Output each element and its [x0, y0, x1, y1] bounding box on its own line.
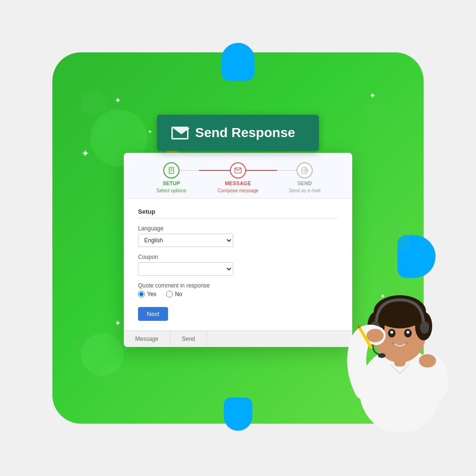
language-label: Language	[138, 225, 338, 232]
svg-point-16	[407, 331, 409, 334]
quote-no-radio[interactable]	[166, 291, 173, 298]
card-wrapper: Send Response SETUP	[124, 143, 352, 347]
sparkle-4: ✦	[369, 90, 376, 101]
quote-no-option[interactable]: No	[166, 291, 182, 298]
step-send-icon	[297, 162, 313, 178]
sparkle-2: ✦	[81, 148, 89, 160]
hex-deco-5	[364, 100, 395, 131]
svg-point-15	[390, 331, 393, 334]
tab-send[interactable]: Send	[170, 331, 207, 347]
step-send[interactable]: SEND Send as e-mail	[271, 162, 338, 193]
coupon-label: Coupon	[138, 254, 338, 260]
section-title: Setup	[138, 208, 338, 218]
steps-bar: SETUP Select options MESSAGE Compose mes…	[124, 153, 352, 198]
svg-point-20	[367, 329, 384, 342]
banner-envelope-icon	[171, 127, 188, 139]
main-card: SETUP Select options MESSAGE Compose mes…	[124, 153, 352, 347]
svg-point-19	[378, 353, 386, 358]
language-group: Language English French German Spanish	[138, 225, 338, 247]
sparkle-3: ✦	[114, 318, 121, 328]
coupon-select[interactable]	[138, 262, 233, 276]
quote-yes-option[interactable]: Yes	[138, 291, 157, 298]
language-select[interactable]: English French German Spanish	[138, 234, 233, 247]
glow-2	[81, 333, 124, 376]
step-message-label: MESSAGE	[225, 180, 251, 186]
blue-blob-bottom	[224, 397, 252, 431]
step-setup-sublabel: Select options	[157, 188, 187, 193]
step-send-label: SEND	[298, 180, 312, 186]
quote-no-label: No	[175, 291, 182, 298]
svg-point-18	[420, 321, 429, 334]
svg-point-23	[419, 354, 436, 367]
bottom-tabs: Message Send	[124, 330, 352, 347]
quote-yes-radio[interactable]	[138, 291, 145, 298]
quote-label: Quote comment in response	[138, 282, 338, 289]
blue-blob-top	[221, 43, 255, 81]
tab-message[interactable]: Message	[124, 331, 170, 347]
outer-card: ✦ ✦ ✦ ✦ ✦ ✦ Send Response	[52, 52, 424, 424]
step-send-sublabel: Send as e-mail	[289, 188, 321, 193]
form-area: Setup Language English French German Spa…	[124, 198, 352, 330]
banner-title: Send Response	[195, 125, 295, 140]
step-message[interactable]: MESSAGE Compose message	[205, 162, 271, 193]
step-message-icon	[230, 162, 246, 178]
next-button[interactable]: Next	[138, 307, 168, 321]
send-response-banner: Send Response	[157, 115, 319, 151]
quote-yes-label: Yes	[147, 291, 157, 298]
step-setup-label: SETUP	[163, 180, 180, 186]
coupon-group: Coupon	[138, 254, 338, 276]
sparkle-1: ✦	[114, 95, 121, 106]
step-setup-icon	[163, 162, 179, 178]
hex-deco-1	[81, 90, 107, 117]
step-message-sublabel: Compose message	[218, 188, 258, 193]
sparkle-6: ✦	[148, 129, 152, 135]
step-setup[interactable]: SETUP Select options	[138, 162, 205, 193]
quote-group: Quote comment in response Yes No	[138, 282, 338, 298]
customer-person	[338, 243, 462, 433]
quote-radio-group: Yes No	[138, 291, 338, 298]
